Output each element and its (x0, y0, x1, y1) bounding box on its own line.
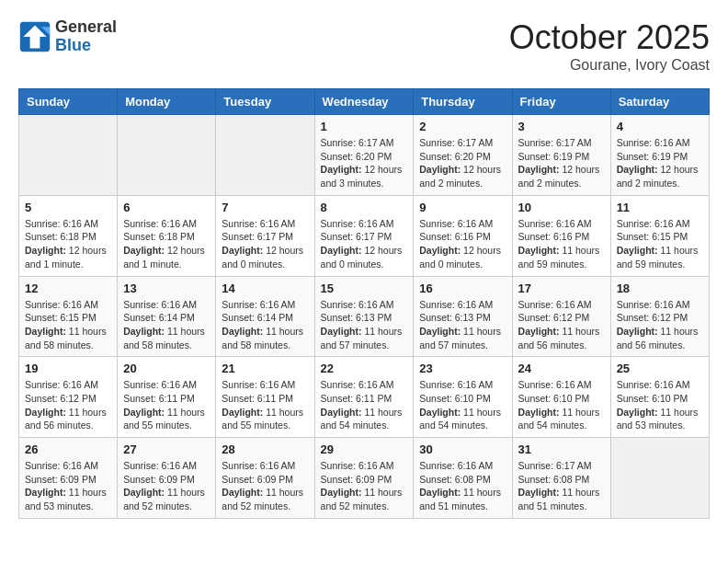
day-number: 14 (222, 282, 308, 295)
day-info: Sunrise: 6:17 AMSunset: 6:20 PMDaylight:… (419, 136, 506, 190)
day-info: Sunrise: 6:16 AMSunset: 6:13 PMDaylight:… (321, 298, 408, 352)
header-row: SundayMondayTuesdayWednesdayThursdayFrid… (19, 89, 710, 115)
header-monday: Monday (118, 89, 216, 115)
header-wednesday: Wednesday (314, 89, 414, 115)
week-row-2: 12Sunrise: 6:16 AMSunset: 6:15 PMDayligh… (19, 276, 710, 357)
day-cell: 13Sunrise: 6:16 AMSunset: 6:14 PMDayligh… (118, 276, 216, 357)
day-cell (610, 438, 709, 519)
day-cell (19, 115, 118, 196)
day-cell: 31Sunrise: 6:17 AMSunset: 6:08 PMDayligh… (512, 438, 610, 519)
day-number: 30 (419, 442, 506, 456)
day-number: 10 (518, 201, 605, 214)
day-info: Sunrise: 6:16 AMSunset: 6:09 PMDaylight:… (123, 459, 210, 513)
logo-general-text: General (55, 18, 117, 37)
day-cell: 4Sunrise: 6:16 AMSunset: 6:19 PMDaylight… (610, 115, 709, 196)
header-saturday: Saturday (610, 89, 709, 115)
title-block: October 2025 Gourane, Ivory Coast (509, 18, 710, 74)
day-cell: 12Sunrise: 6:16 AMSunset: 6:15 PMDayligh… (19, 276, 118, 357)
day-cell: 20Sunrise: 6:16 AMSunset: 6:11 PMDayligh… (118, 357, 216, 438)
day-number: 27 (123, 442, 210, 456)
day-info: Sunrise: 6:16 AMSunset: 6:17 PMDaylight:… (222, 217, 308, 271)
day-cell: 17Sunrise: 6:16 AMSunset: 6:12 PMDayligh… (512, 276, 610, 357)
day-number: 20 (123, 362, 210, 375)
day-info: Sunrise: 6:16 AMSunset: 6:11 PMDaylight:… (123, 378, 210, 432)
header-friday: Friday (512, 89, 610, 115)
day-number: 24 (518, 362, 605, 375)
week-row-4: 26Sunrise: 6:16 AMSunset: 6:09 PMDayligh… (19, 438, 710, 519)
day-number: 1 (321, 120, 408, 133)
calendar-header: SundayMondayTuesdayWednesdayThursdayFrid… (19, 89, 710, 115)
day-info: Sunrise: 6:16 AMSunset: 6:12 PMDaylight:… (617, 298, 703, 352)
day-number: 21 (222, 362, 308, 375)
day-cell: 25Sunrise: 6:16 AMSunset: 6:10 PMDayligh… (610, 357, 709, 438)
day-number: 6 (123, 201, 210, 214)
day-cell: 11Sunrise: 6:16 AMSunset: 6:15 PMDayligh… (610, 195, 709, 276)
day-cell: 15Sunrise: 6:16 AMSunset: 6:13 PMDayligh… (314, 276, 414, 357)
day-number: 7 (222, 201, 308, 214)
day-cell: 30Sunrise: 6:16 AMSunset: 6:08 PMDayligh… (414, 438, 512, 519)
day-number: 18 (617, 282, 703, 295)
day-info: Sunrise: 6:16 AMSunset: 6:09 PMDaylight:… (25, 459, 111, 513)
month-title: October 2025 (509, 18, 710, 57)
day-number: 3 (518, 120, 605, 133)
day-cell: 14Sunrise: 6:16 AMSunset: 6:14 PMDayligh… (216, 276, 314, 357)
day-info: Sunrise: 6:16 AMSunset: 6:15 PMDaylight:… (617, 217, 703, 271)
calendar-body: 1Sunrise: 6:17 AMSunset: 6:20 PMDaylight… (19, 115, 710, 519)
day-cell: 5Sunrise: 6:16 AMSunset: 6:18 PMDaylight… (19, 195, 118, 276)
day-info: Sunrise: 6:16 AMSunset: 6:10 PMDaylight:… (617, 378, 703, 432)
day-info: Sunrise: 6:16 AMSunset: 6:11 PMDaylight:… (321, 378, 408, 432)
day-cell: 23Sunrise: 6:16 AMSunset: 6:10 PMDayligh… (414, 357, 512, 438)
day-info: Sunrise: 6:17 AMSunset: 6:08 PMDaylight:… (518, 459, 605, 513)
day-number: 4 (617, 120, 703, 133)
day-number: 25 (617, 362, 703, 375)
day-cell: 21Sunrise: 6:16 AMSunset: 6:11 PMDayligh… (216, 357, 314, 438)
day-cell: 10Sunrise: 6:16 AMSunset: 6:16 PMDayligh… (512, 195, 610, 276)
day-number: 15 (321, 282, 408, 295)
day-info: Sunrise: 6:16 AMSunset: 6:18 PMDaylight:… (123, 217, 210, 271)
day-cell: 8Sunrise: 6:16 AMSunset: 6:17 PMDaylight… (314, 195, 414, 276)
day-cell: 28Sunrise: 6:16 AMSunset: 6:09 PMDayligh… (216, 438, 314, 519)
day-cell: 6Sunrise: 6:16 AMSunset: 6:18 PMDaylight… (118, 195, 216, 276)
day-info: Sunrise: 6:16 AMSunset: 6:13 PMDaylight:… (419, 298, 506, 352)
day-number: 29 (321, 442, 408, 456)
day-number: 8 (321, 201, 408, 214)
day-number: 9 (419, 201, 506, 214)
day-info: Sunrise: 6:17 AMSunset: 6:20 PMDaylight:… (321, 136, 408, 190)
day-info: Sunrise: 6:16 AMSunset: 6:08 PMDaylight:… (419, 459, 506, 513)
day-number: 11 (617, 201, 703, 214)
day-info: Sunrise: 6:16 AMSunset: 6:19 PMDaylight:… (617, 136, 703, 190)
day-cell: 24Sunrise: 6:16 AMSunset: 6:10 PMDayligh… (512, 357, 610, 438)
day-number: 12 (25, 282, 111, 295)
day-cell: 27Sunrise: 6:16 AMSunset: 6:09 PMDayligh… (118, 438, 216, 519)
page-header: General Blue October 2025 Gourane, Ivory… (18, 18, 710, 74)
day-info: Sunrise: 6:16 AMSunset: 6:18 PMDaylight:… (25, 217, 111, 271)
day-info: Sunrise: 6:16 AMSunset: 6:09 PMDaylight:… (222, 459, 308, 513)
day-number: 28 (222, 442, 308, 456)
logo: General Blue (18, 18, 117, 55)
day-info: Sunrise: 6:16 AMSunset: 6:14 PMDaylight:… (222, 298, 308, 352)
header-tuesday: Tuesday (216, 89, 314, 115)
day-number: 23 (419, 362, 506, 375)
day-cell: 9Sunrise: 6:16 AMSunset: 6:16 PMDaylight… (414, 195, 512, 276)
day-number: 26 (25, 442, 111, 456)
day-number: 19 (25, 362, 111, 375)
day-cell: 29Sunrise: 6:16 AMSunset: 6:09 PMDayligh… (314, 438, 414, 519)
day-number: 17 (518, 282, 605, 295)
calendar-table: SundayMondayTuesdayWednesdayThursdayFrid… (18, 88, 710, 519)
week-row-0: 1Sunrise: 6:17 AMSunset: 6:20 PMDaylight… (19, 115, 710, 196)
day-info: Sunrise: 6:16 AMSunset: 6:16 PMDaylight:… (419, 217, 506, 271)
location: Gourane, Ivory Coast (509, 57, 710, 74)
day-info: Sunrise: 6:16 AMSunset: 6:10 PMDaylight:… (419, 378, 506, 432)
day-info: Sunrise: 6:16 AMSunset: 6:15 PMDaylight:… (25, 298, 111, 352)
day-cell (118, 115, 216, 196)
logo-icon (18, 20, 51, 53)
day-cell: 7Sunrise: 6:16 AMSunset: 6:17 PMDaylight… (216, 195, 314, 276)
day-info: Sunrise: 6:16 AMSunset: 6:14 PMDaylight:… (123, 298, 210, 352)
day-info: Sunrise: 6:16 AMSunset: 6:16 PMDaylight:… (518, 217, 605, 271)
day-info: Sunrise: 6:16 AMSunset: 6:09 PMDaylight:… (321, 459, 408, 513)
day-cell: 3Sunrise: 6:17 AMSunset: 6:19 PMDaylight… (512, 115, 610, 196)
day-cell: 18Sunrise: 6:16 AMSunset: 6:12 PMDayligh… (610, 276, 709, 357)
day-number: 5 (25, 201, 111, 214)
week-row-1: 5Sunrise: 6:16 AMSunset: 6:18 PMDaylight… (19, 195, 710, 276)
logo-blue-text: Blue (55, 37, 117, 55)
